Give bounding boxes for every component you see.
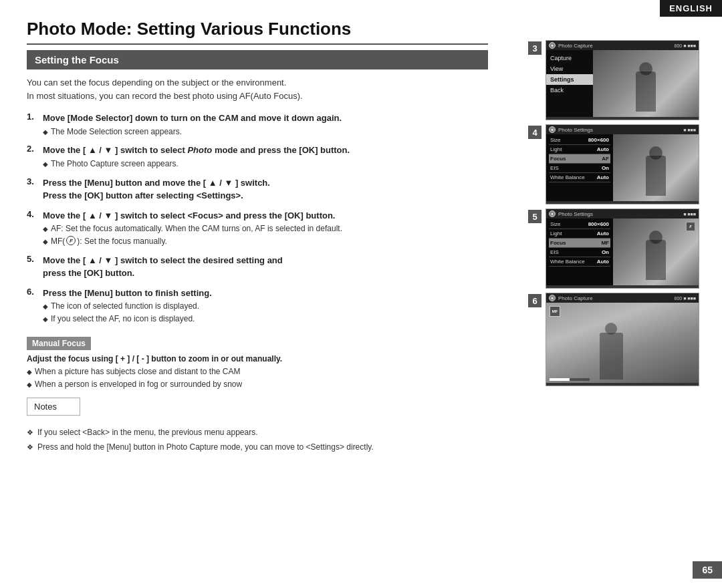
screenshot-num-5: 5 <box>528 210 542 223</box>
screenshot-num-6: 6 <box>528 294 542 307</box>
camera-icon-3: ● <box>549 42 556 49</box>
settings-value-wb-4: Auto <box>597 174 609 180</box>
screen-menu-3: Capture View Settings Back <box>546 50 593 117</box>
intro-line-1: You can set the focus depending on the s… <box>27 76 488 90</box>
settings-label-eis-5: EIS <box>550 249 559 255</box>
screenshot-3: 3 ● Photo Capture 800 ■ ■■■ Capture View… <box>528 40 702 120</box>
screenshot-box-5: ● Photo Settings ■ ■■■ Size 800×600 Ligh… <box>546 208 699 289</box>
step-2: 2. Move the [ ▲ / ▼ ] switch to select P… <box>27 144 488 169</box>
screen-info-5: ■ ■■■ <box>683 212 696 216</box>
step-content-2: Move the [ ▲ / ▼ ] switch to select Phot… <box>43 144 488 169</box>
step-sub-1: The Mode Selection screen appears. <box>43 126 488 138</box>
bottom-note-2: Press and hold the [Menu] button in Phot… <box>27 441 488 453</box>
settings-row-focus-4: Focus AF <box>549 154 610 164</box>
step-sub-2: The Photo Capture screen appears. <box>43 158 488 170</box>
settings-label-size-4: Size <box>550 137 561 143</box>
screen-info-4: ■ ■■■ <box>683 128 696 132</box>
language-badge: ENGLISH <box>660 0 722 17</box>
settings-panel-5: Size 800×600 Light Auto Focus MF EIS On <box>546 218 613 285</box>
step-number-1: 1. <box>27 112 40 122</box>
step-6: 6. Press the [Menu] button to finish set… <box>27 287 488 325</box>
step-main-6: Press the [Menu] button to finish settin… <box>43 287 488 300</box>
photo-silhouette-3 <box>636 71 656 112</box>
manual-focus-sub-1: When a picture has subjects close and di… <box>27 366 488 378</box>
settings-label-wb-4: White Balance <box>550 174 585 180</box>
settings-label-eis-4: EIS <box>550 165 559 171</box>
settings-row-focus-5: Focus MF <box>549 239 610 248</box>
screen-info-6: 800 ■ ■■■ <box>675 296 696 301</box>
settings-value-focus-5: MF <box>601 240 609 246</box>
camera-icon-6: ● <box>549 295 556 301</box>
intro-text: You can set the focus depending on the s… <box>27 76 488 102</box>
step-3: 3. Press the [Menu] button and move the … <box>27 176 488 202</box>
settings-row-wb-5: White Balance Auto <box>549 257 610 267</box>
intro-line-2: In most situations, you can record the b… <box>27 90 488 103</box>
manual-focus-sub-2: When a person is enveloped in fog or sur… <box>27 379 488 390</box>
screen-label-3: Photo Capture <box>558 43 593 49</box>
section-header: Setting the Focus <box>27 50 488 69</box>
step-number-2: 2. <box>27 144 40 154</box>
screenshot-box-6: ● Photo Capture 800 ■ ■■■ MF <box>546 293 699 386</box>
menu-back: Back <box>546 85 593 96</box>
settings-label-light-4: Light <box>550 146 562 152</box>
settings-row-light-5: Light Auto <box>549 229 610 239</box>
screen-photo-5: F <box>613 218 699 285</box>
step-number-5: 5. <box>27 254 40 264</box>
step-number-3: 3. <box>27 176 40 186</box>
settings-row-size-4: Size 800×600 <box>549 136 610 145</box>
settings-value-eis-5: On <box>602 249 609 255</box>
mf-overlay-6: MF <box>550 306 560 317</box>
focus-bar-6 <box>550 378 590 381</box>
screen-photo-3 <box>593 50 699 117</box>
screen-info-3: 800 ■ ■■■ <box>675 43 696 48</box>
settings-label-wb-5: White Balance <box>550 259 585 265</box>
focus-bar-fill-6 <box>550 378 570 381</box>
step-main-5: Move the [ ▲ / ▼ ] switch to select the … <box>43 254 488 280</box>
settings-row-wb-4: White Balance Auto <box>549 173 610 182</box>
screen-label-5: Photo Settings <box>558 211 593 217</box>
step-sub-6a: The icon of selected function is display… <box>43 301 488 312</box>
photo-silhouette-5 <box>646 240 666 280</box>
settings-value-light-4: Auto <box>597 146 609 152</box>
settings-value-wb-5: Auto <box>597 259 609 265</box>
settings-row-eis-5: EIS On <box>549 248 610 257</box>
settings-row-light-4: Light Auto <box>549 145 610 154</box>
step-sub-4a: AF: Set the focus automatically. When th… <box>43 223 488 235</box>
photo-area-6: MF <box>546 303 699 383</box>
camera-icon-5: ● <box>549 210 556 217</box>
step-main-3: Press the [Menu] button and move the [ ▲… <box>43 176 488 202</box>
mf-text-5: F <box>689 225 692 229</box>
settings-row-size-5: Size 800×600 <box>549 220 610 229</box>
step-5: 5. Move the [ ▲ / ▼ ] switch to select t… <box>27 254 488 280</box>
settings-label-focus-5: Focus <box>550 240 566 246</box>
screenshot-num-3: 3 <box>528 41 542 55</box>
manual-focus-bold: Adjust the focus using [ + ] / [ - ] but… <box>27 354 488 363</box>
step-main-4: Move the [ ▲ / ▼ ] switch to select <Foc… <box>43 209 488 223</box>
step-sub-6b: If you select the AF, no icon is display… <box>43 313 488 325</box>
mf-indicator-5: F <box>686 222 695 231</box>
settings-value-light-5: Auto <box>597 231 609 237</box>
manual-focus-header: Manual Focus <box>27 337 91 350</box>
step-sub-4b: MF(F): Set the focus manually. <box>43 236 488 247</box>
step-content-5: Move the [ ▲ / ▼ ] switch to select the … <box>43 254 488 280</box>
page-number: 65 <box>693 561 722 579</box>
screenshot-4: 4 ● Photo Settings ■ ■■■ Size 800×600 Li… <box>528 124 702 204</box>
bottom-note-1: If you select <Back> in the menu, the pr… <box>27 426 488 438</box>
step-content-3: Press the [Menu] button and move the [ ▲… <box>43 176 488 202</box>
screenshot-num-4: 4 <box>528 126 542 139</box>
screen-label-6: Photo Capture <box>558 295 593 301</box>
screenshots-panel: 3 ● Photo Capture 800 ■ ■■■ Capture View… <box>528 40 702 386</box>
screen-label-4: Photo Settings <box>558 127 593 133</box>
settings-value-focus-4: AF <box>602 156 609 162</box>
step-content-1: Move [Mode Selector] down to turn on the… <box>43 112 488 137</box>
screenshot-6: 6 ● Photo Capture 800 ■ ■■■ MF <box>528 293 702 386</box>
step-main-1: Move [Mode Selector] down to turn on the… <box>43 112 488 125</box>
step-content-4: Move the [ ▲ / ▼ ] switch to select <Foc… <box>43 209 488 247</box>
settings-label-size-5: Size <box>550 221 561 227</box>
settings-panel-4: Size 800×600 Light Auto Focus AF EIS On <box>546 134 613 201</box>
page-title: Photo Mode: Setting Various Functions <box>27 19 488 45</box>
camera-icon-4: ● <box>549 126 556 133</box>
settings-value-size-4: 800×600 <box>588 137 609 143</box>
screen-photo-4 <box>613 134 699 201</box>
child-figure-6 <box>600 333 623 380</box>
